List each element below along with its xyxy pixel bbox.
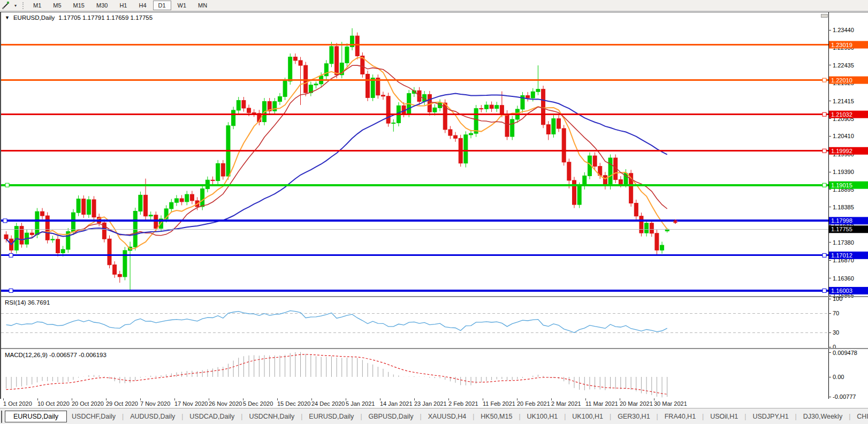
timeframe-button-h4[interactable]: H4 <box>133 1 151 10</box>
axis-tick-label: 1.19390 <box>833 169 854 175</box>
date-label: 11 Mar 2021 <box>585 400 618 407</box>
candle <box>61 249 65 253</box>
candle <box>216 163 220 180</box>
candle <box>201 189 204 207</box>
tab-item[interactable]: USDCNH,Daily <box>247 413 296 420</box>
tab-item[interactable]: FRA40,H1 <box>663 413 698 420</box>
line-anchor-marker[interactable] <box>9 253 13 257</box>
draw-cursor-icon[interactable] <box>0 1 12 10</box>
candle <box>314 84 318 85</box>
axis-tick-label: 30 <box>833 329 839 336</box>
candle <box>531 92 535 98</box>
candle <box>645 223 649 233</box>
tab-item[interactable]: USDCAD,Daily <box>187 413 237 420</box>
tool-dropdown-icon[interactable]: ▾ <box>12 3 19 8</box>
rsi-chart-surface[interactable]: 10070300 <box>1 297 868 348</box>
tab-item[interactable]: GBPUSD,Daily <box>367 413 416 420</box>
candle <box>304 65 308 93</box>
timeframe-button-m30[interactable]: M30 <box>91 1 113 10</box>
main-chart-surface[interactable]: 1.234401.229301.224351.219251.214151.209… <box>1 12 868 296</box>
price-tag-label: 1.21032 <box>831 111 852 118</box>
tab-item[interactable]: USDJPY,H1 <box>750 413 790 420</box>
price-tag-label: 1.16003 <box>831 287 852 294</box>
candle <box>4 234 8 239</box>
tab-separator: | <box>241 413 242 420</box>
axis-tick-label: 1.22435 <box>833 62 854 69</box>
tab-item[interactable]: HK50,M15 <box>478 413 514 420</box>
axis-tick-label: 70 <box>833 310 839 316</box>
candle <box>474 109 478 133</box>
candle <box>242 101 246 108</box>
timeframe-button-d1[interactable]: D1 <box>153 1 171 10</box>
candle <box>190 194 194 201</box>
timeframe-button-mn[interactable]: MN <box>193 1 212 10</box>
candle <box>123 251 127 277</box>
candle <box>108 239 111 264</box>
toolbar-grip[interactable] <box>22 2 24 9</box>
candle <box>655 233 659 250</box>
chart-title-dropdown-icon[interactable]: ▼ <box>5 15 10 21</box>
date-label: 11 Feb 2021 <box>483 400 515 407</box>
line-anchor-marker[interactable] <box>9 289 13 292</box>
date-label: 20 Mar 2021 <box>620 400 653 407</box>
line-anchor-marker[interactable] <box>3 219 7 223</box>
candle <box>495 105 499 109</box>
date-label: 26 Nov 2020 <box>209 400 242 407</box>
tab-item[interactable]: USOil,H1 <box>708 413 740 420</box>
line-anchor-marker[interactable] <box>5 183 9 187</box>
candle <box>386 96 390 123</box>
candle <box>185 194 189 202</box>
line-anchor-marker[interactable] <box>823 253 826 257</box>
timeframe-button-m5[interactable]: M5 <box>48 1 66 10</box>
date-label: 5 Jan 2021 <box>346 400 375 407</box>
candle <box>433 108 437 112</box>
timeframe-button-w1[interactable]: W1 <box>172 1 192 10</box>
line-anchor-marker[interactable] <box>823 78 826 82</box>
line-anchor-marker[interactable] <box>823 289 826 292</box>
timeframe-button-m1[interactable]: M1 <box>28 1 47 10</box>
candle <box>479 109 483 109</box>
candle <box>526 95 530 98</box>
candle <box>92 200 96 217</box>
tab-separator: | <box>301 413 302 420</box>
candle <box>552 119 555 134</box>
tab-item[interactable]: DJ30,Weekly <box>801 413 844 420</box>
macd-chart-surface[interactable]: 0.0094780.00-0.00777 <box>1 349 868 399</box>
line-anchor-marker[interactable] <box>823 112 826 116</box>
timeframe-button-m15[interactable]: M15 <box>68 1 90 10</box>
current-price-tag-label: 1.17755 <box>831 226 852 232</box>
line-anchor-marker[interactable] <box>823 183 826 187</box>
candle <box>247 108 251 113</box>
tab-item[interactable]: UK100,H1 <box>525 413 560 420</box>
candle <box>87 200 90 215</box>
candle <box>634 203 638 216</box>
tab-item[interactable]: XAUUSD,H4 <box>426 413 469 420</box>
timeframe-button-h1[interactable]: H1 <box>114 1 132 10</box>
candle <box>82 199 86 215</box>
candle <box>381 95 385 96</box>
candle <box>593 156 597 166</box>
price-marker-icon[interactable]: ✱ <box>673 218 677 225</box>
tab-item[interactable]: GER30,H1 <box>615 413 652 420</box>
candle <box>288 57 292 81</box>
candle <box>448 130 452 135</box>
tab-separator: | <box>519 413 520 420</box>
candle <box>484 105 488 109</box>
tab-item[interactable]: AUDUSD,Daily <box>128 413 177 420</box>
candle <box>335 47 339 75</box>
tab-item[interactable]: UK100,H1 <box>570 413 605 420</box>
candle <box>650 223 653 233</box>
date-axis[interactable]: 1 Oct 202010 Oct 202020 Oct 202029 Oct 2… <box>0 399 868 407</box>
tab-separator: | <box>564 413 566 420</box>
tab-item[interactable]: USDCHF,Daily <box>70 413 118 420</box>
candle <box>237 101 240 110</box>
date-label: 5 Dec 2020 <box>243 400 273 407</box>
tab-item-active[interactable]: EURUSD,Daily <box>5 411 67 422</box>
candle <box>170 202 173 209</box>
tab-separator: | <box>744 413 746 420</box>
tab-item[interactable]: CHINA300,H1 <box>855 413 868 420</box>
chart-tab-bar: EURUSD,DailyUSDCHF,Daily|AUDUSD,Daily|US… <box>0 408 868 424</box>
candle <box>252 113 256 113</box>
line-anchor-marker[interactable] <box>823 149 826 153</box>
tab-item[interactable]: EURUSD,Daily <box>307 413 356 420</box>
